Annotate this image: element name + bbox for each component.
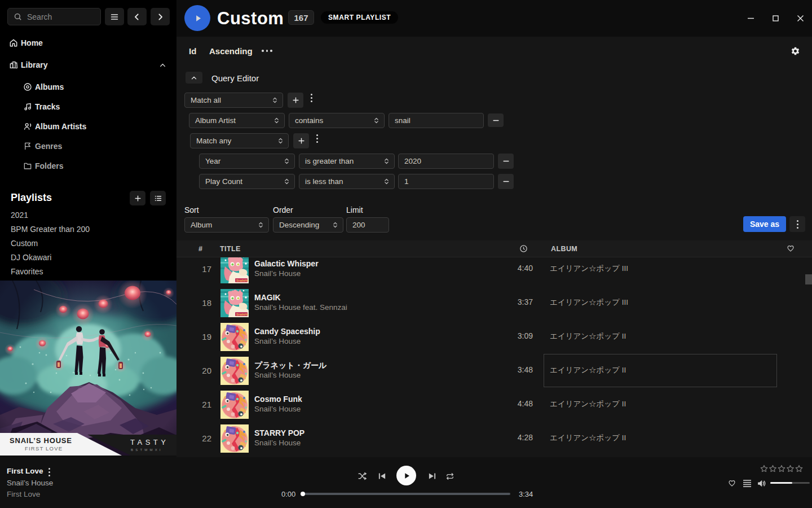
svg-text:SNAIL’S HOUSE: SNAIL’S HOUSE	[10, 436, 72, 445]
svg-text:BSTMMXI: BSTMMXI	[131, 448, 163, 452]
svg-text:FIRST LOVE: FIRST LOVE	[25, 445, 63, 452]
svg-text:TASTY: TASTY	[130, 438, 169, 446]
